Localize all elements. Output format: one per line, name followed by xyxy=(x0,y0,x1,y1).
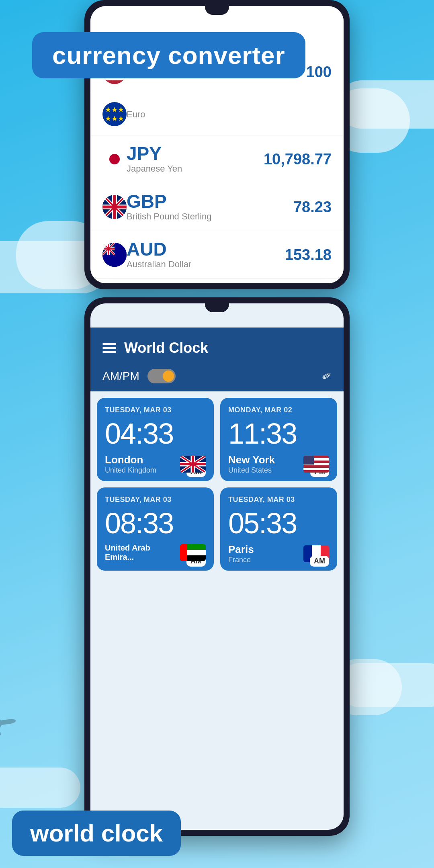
uae-date: TUESDAY, MAR 03 xyxy=(105,495,206,504)
toggle-thumb xyxy=(163,371,174,382)
paris-time: 05:33 xyxy=(228,509,329,538)
uae-time: 08:33 xyxy=(105,509,206,538)
newyork-city-row: New York United States xyxy=(228,454,329,475)
aud-flag xyxy=(102,243,127,267)
aud-info: AUD Australian Dollar xyxy=(127,240,285,270)
newyork-city: New York xyxy=(228,454,275,466)
paris-ampm: AM xyxy=(310,556,329,567)
clock-card-paris[interactable]: TUESDAY, MAR 03 05:33 AM Paris France xyxy=(220,487,337,571)
worldclock-screen: World Clock AM/PM ✏ TUESDAY, MAR 03 04:3… xyxy=(90,303,344,830)
eur-flag: ★★★★★★ xyxy=(102,102,127,126)
clock-card-uae[interactable]: TUESDAY, MAR 03 08:33 AM United Arab Emi… xyxy=(97,487,214,571)
gbp-info: GBP British Pound Sterling xyxy=(127,192,293,222)
london-flag xyxy=(180,456,206,473)
newyork-date: MONDAY, MAR 02 xyxy=(228,406,329,414)
london-city-row: London United Kingdom xyxy=(105,454,206,475)
hamburger-line2 xyxy=(102,347,116,349)
paris-date: TUESDAY, MAR 03 xyxy=(228,495,329,504)
jpy-flag xyxy=(102,147,127,171)
currency-row-cad[interactable]: 🍁 CAD Canadian Dollar 133.35 xyxy=(90,279,344,283)
currency-row-jpy[interactable]: JPY Japanese Yen 10,798.77 xyxy=(90,135,344,183)
london-date: TUESDAY, MAR 03 xyxy=(105,406,206,414)
gbp-code: GBP xyxy=(127,192,293,211)
london-city-info: London United Kingdom xyxy=(105,454,156,475)
pencil-icon: ✏ xyxy=(319,368,334,384)
paris-city-info: Paris France xyxy=(228,543,254,564)
currency-banner: currency converter xyxy=(32,32,305,78)
usd-value: 100 xyxy=(306,63,332,81)
gbp-flag xyxy=(102,195,127,219)
svg-rect-32 xyxy=(303,456,314,465)
wc-header: World Clock xyxy=(90,328,344,364)
jpy-name: Japanese Yen xyxy=(127,164,264,174)
newyork-flag xyxy=(303,456,329,473)
jpy-info: JPY Japanese Yen xyxy=(127,144,264,174)
eur-info: Euro xyxy=(127,108,332,120)
eur-name: Euro xyxy=(127,109,332,120)
wc-title: World Clock xyxy=(124,340,332,356)
phone-worldclock: World Clock AM/PM ✏ TUESDAY, MAR 03 04:3… xyxy=(84,297,350,836)
newyork-country: United States xyxy=(228,466,275,475)
currency-row-eur[interactable]: ★★★★★★ Euro xyxy=(90,93,344,135)
aud-name: Australian Dollar xyxy=(127,259,285,270)
paris-city: Paris xyxy=(228,543,254,556)
ampm-label: AM/PM xyxy=(102,370,139,383)
currency-row-gbp[interactable]: GBP British Pound Sterling 78.23 xyxy=(90,183,344,231)
phone2-notch xyxy=(205,303,229,312)
london-country: United Kingdom xyxy=(105,466,156,475)
world-clock-label-text: world clock xyxy=(30,820,163,847)
jpy-code: JPY xyxy=(127,144,264,163)
menu-button[interactable] xyxy=(102,343,116,353)
jpy-value: 10,798.77 xyxy=(264,151,332,168)
clock-card-london[interactable]: TUESDAY, MAR 03 04:33 AM London United K… xyxy=(97,398,214,481)
wc-subheader: AM/PM ✏ xyxy=(90,364,344,391)
svg-rect-36 xyxy=(180,544,187,561)
jp-circle xyxy=(109,154,120,164)
newyork-time: 11:33 xyxy=(228,419,329,448)
clock-grid: TUESDAY, MAR 03 04:33 AM London United K… xyxy=(90,391,344,577)
uae-city: United Arab Emira... xyxy=(105,543,180,562)
london-time: 04:33 xyxy=(105,419,206,448)
phone1-notch xyxy=(205,6,229,15)
hamburger-line1 xyxy=(102,343,116,345)
hamburger-line3 xyxy=(102,351,116,353)
currency-banner-text: currency converter xyxy=(52,41,285,69)
uae-city-row: United Arab Emira... xyxy=(105,543,206,562)
london-city: London xyxy=(105,454,156,466)
gbp-value: 78.23 xyxy=(293,199,332,216)
world-clock-label: world clock xyxy=(12,811,181,856)
currency-row-aud[interactable]: AUD Australian Dollar 153.18 xyxy=(90,231,344,279)
clock-card-newyork[interactable]: MONDAY, MAR 02 11:33 PM New York United … xyxy=(220,398,337,481)
aud-value: 153.18 xyxy=(285,246,332,264)
svg-rect-31 xyxy=(303,468,329,470)
aud-code: AUD xyxy=(127,240,285,258)
uae-flag xyxy=(180,544,206,561)
edit-button[interactable]: ✏ xyxy=(322,368,332,383)
gbp-name: British Pound Sterling xyxy=(127,211,293,222)
uae-city-info: United Arab Emira... xyxy=(105,543,180,562)
newyork-city-info: New York United States xyxy=(228,454,275,475)
ampm-toggle[interactable] xyxy=(147,369,176,383)
paris-country: France xyxy=(228,556,254,564)
